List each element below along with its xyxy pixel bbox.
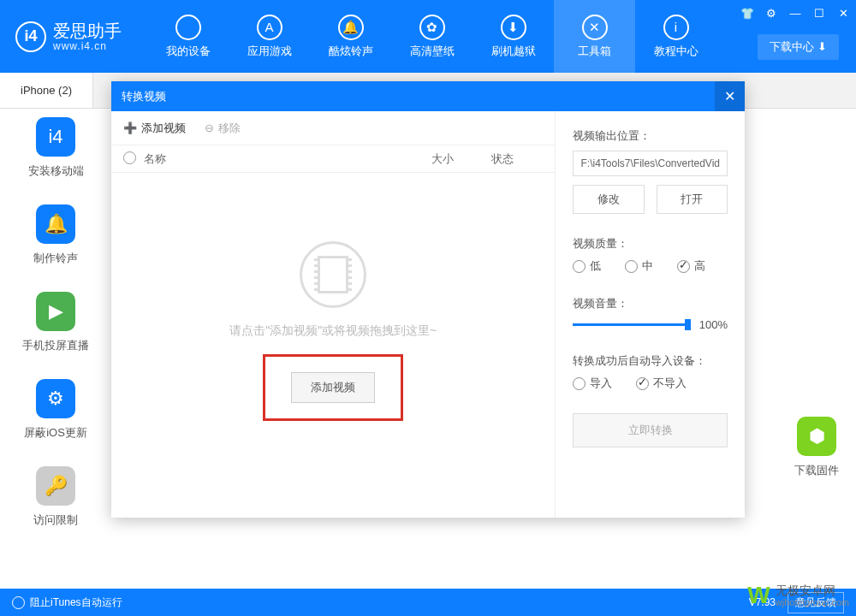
column-size: 大小	[431, 151, 491, 167]
modal-right-panel: 视频输出位置： F:\i4Tools7\Files\ConvertedVid 修…	[556, 111, 745, 518]
column-name: 名称	[144, 151, 431, 167]
quality-low-radio[interactable]: 低	[573, 258, 601, 274]
download-center-button[interactable]: 下载中心 ⬇	[758, 34, 839, 60]
volume-label: 视频音量：	[573, 296, 728, 311]
volume-value: 100%	[699, 318, 728, 331]
import-yes-radio[interactable]: 导入	[573, 376, 612, 391]
tool-screen-cast[interactable]: ▶手机投屏直播	[0, 292, 111, 353]
tool-block-ios-update[interactable]: ⚙屏蔽iOS更新	[0, 379, 111, 441]
close-button[interactable]: ✕	[835, 5, 851, 21]
logo-area: i4 爱思助手 www.i4.cn	[0, 21, 122, 52]
nav-tutorials[interactable]: i教程中心	[635, 0, 716, 73]
quality-label: 视频质量：	[573, 236, 728, 252]
cube-icon: ⬢	[797, 417, 836, 456]
tool-download-firmware[interactable]: ⬢ 下载固件	[794, 417, 839, 478]
modal-close-button[interactable]: ✕	[715, 81, 745, 111]
convert-video-modal: 转换视频 ✕ ➕添加视频 ⊖移除 名称 大小 状态 请点击"添加视频"或将视频拖…	[111, 81, 745, 518]
modify-path-button[interactable]: 修改	[573, 185, 644, 214]
highlight-annotation: 添加视频	[263, 354, 403, 421]
itunes-toggle[interactable]: 阻止iTunes自动运行	[12, 595, 122, 610]
nav-toolbox[interactable]: ✕工具箱	[554, 0, 635, 73]
status-bar: 阻止iTunes自动运行 V7.93 意见反馈	[0, 589, 856, 616]
watermark-icon: W	[747, 582, 770, 609]
column-status: 状态	[491, 151, 543, 167]
modal-toolbar: ➕添加视频 ⊖移除	[111, 111, 555, 145]
info-icon: i	[663, 15, 689, 40]
window-controls: 👕 ⚙ — ☐ ✕	[740, 5, 851, 21]
import-no-radio[interactable]: 不导入	[636, 376, 687, 391]
main-nav: 我的设备 A应用游戏 🔔酷炫铃声 ✿高清壁纸 ⬇刷机越狱 ✕工具箱 i教程中心	[147, 0, 716, 73]
modal-left-panel: ➕添加视频 ⊖移除 名称 大小 状态 请点击"添加视频"或将视频拖拽到这里~ 添…	[111, 111, 556, 518]
output-path-field: F:\i4Tools7\Files\ConvertedVid	[573, 151, 728, 176]
minimize-button[interactable]: —	[788, 5, 803, 21]
video-list-header: 名称 大小 状态	[111, 145, 555, 173]
bell-icon: 🔔	[36, 204, 75, 244]
nav-my-device[interactable]: 我的设备	[147, 0, 229, 73]
nav-jailbreak[interactable]: ⬇刷机越狱	[473, 0, 554, 73]
download-icon: ⬇	[501, 15, 526, 40]
open-path-button[interactable]: 打开	[657, 185, 728, 214]
apple-icon	[175, 15, 201, 40]
tool-install-mobile[interactable]: i4安装移动端	[0, 117, 111, 179]
volume-slider[interactable]	[573, 323, 690, 326]
watermark: W 无极安卓网 wjhotelgroup.com	[747, 582, 849, 609]
i4-icon: i4	[36, 117, 75, 157]
tab-iphone[interactable]: iPhone (2)	[0, 73, 93, 108]
empty-drop-area[interactable]: 请点击"添加视频"或将视频拖拽到这里~ 添加视频	[111, 173, 555, 489]
tool-make-ringtone[interactable]: 🔔制作铃声	[0, 204, 111, 266]
app-header: i4 爱思助手 www.i4.cn 我的设备 A应用游戏 🔔酷炫铃声 ✿高清壁纸…	[0, 0, 856, 73]
key-icon: 🔑	[36, 466, 75, 506]
logo-icon: i4	[15, 21, 46, 52]
watermark-sub: wjhotelgroup.com	[776, 597, 849, 608]
watermark-title: 无极安卓网	[776, 583, 849, 597]
modal-title: 转换视频	[122, 89, 166, 104]
gear-icon: ⚙	[36, 379, 75, 418]
settings-icon[interactable]: ⚙	[764, 5, 779, 21]
auto-import-label: 转换成功后自动导入设备：	[573, 353, 728, 369]
shirt-icon[interactable]: 👕	[740, 5, 755, 21]
toolbar-add-video[interactable]: ➕添加视频	[123, 121, 186, 136]
add-icon: ➕	[123, 121, 137, 134]
nav-wallpaper[interactable]: ✿高清壁纸	[391, 0, 473, 73]
app-subtitle: www.i4.cn	[53, 40, 122, 52]
tools-icon: ✕	[582, 15, 608, 40]
tool-access-restriction[interactable]: 🔑访问限制	[0, 466, 111, 528]
film-icon	[300, 241, 366, 308]
remove-icon: ⊖	[205, 121, 214, 134]
empty-hint-text: 请点击"添加视频"或将视频拖拽到这里~	[229, 323, 437, 339]
app-title: 爱思助手	[53, 21, 122, 40]
output-path-label: 视频输出位置：	[573, 128, 728, 144]
add-video-button[interactable]: 添加视频	[291, 372, 375, 403]
play-icon: ▶	[36, 292, 75, 331]
toggle-icon	[12, 596, 25, 609]
side-tools: i4安装移动端 🔔制作铃声 ▶手机投屏直播 ⚙屏蔽iOS更新 🔑访问限制	[0, 117, 111, 554]
select-all-checkbox[interactable]	[123, 151, 136, 164]
modal-title-bar: 转换视频 ✕	[111, 81, 745, 111]
bell-icon: 🔔	[338, 15, 364, 40]
toolbar-remove: ⊖移除	[205, 121, 241, 136]
app-icon: A	[257, 15, 282, 40]
convert-now-button: 立即转换	[573, 413, 728, 447]
flower-icon: ✿	[419, 15, 445, 40]
maximize-button[interactable]: ☐	[811, 5, 827, 21]
nav-ringtones[interactable]: 🔔酷炫铃声	[310, 0, 391, 73]
nav-apps[interactable]: A应用游戏	[229, 0, 310, 73]
quality-mid-radio[interactable]: 中	[625, 258, 653, 274]
quality-high-radio[interactable]: 高	[677, 258, 705, 274]
